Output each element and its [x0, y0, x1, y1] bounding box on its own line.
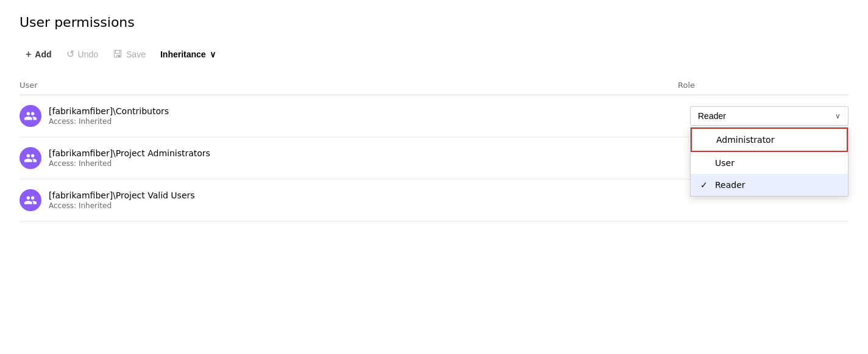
- save-icon: 🖫: [113, 49, 123, 60]
- role-select-button[interactable]: Reader ∨: [690, 106, 848, 126]
- inheritance-button[interactable]: Inheritance ∨: [154, 46, 222, 63]
- add-label: Add: [35, 49, 51, 59]
- save-label: Save: [126, 49, 146, 59]
- user-list: [fabrikamfiber]\Contributors Access: Inh…: [20, 95, 848, 222]
- role-dropdown-menu: Administrator User ✓ Reader: [690, 127, 848, 197]
- user-details-contributors: [fabrikamfiber]\Contributors Access: Inh…: [49, 106, 169, 126]
- save-button[interactable]: 🖫 Save: [107, 45, 152, 63]
- dropdown-option-label: User: [715, 158, 735, 168]
- dropdown-option-label: Administrator: [716, 135, 774, 145]
- inheritance-label: Inheritance: [160, 49, 206, 59]
- column-user-header: User: [20, 81, 38, 90]
- column-role-header: Role: [678, 81, 848, 90]
- add-icon: +: [26, 49, 31, 60]
- user-details-project-admins: [fabrikamfiber]\Project Administrators A…: [49, 148, 210, 168]
- user-info-contributors: [fabrikamfiber]\Contributors Access: Inh…: [20, 105, 169, 127]
- user-name: [fabrikamfiber]\Project Valid Users: [49, 190, 195, 200]
- avatar: [20, 147, 41, 169]
- table-row: [fabrikamfiber]\Contributors Access: Inh…: [20, 95, 848, 137]
- page-title: User permissions: [20, 15, 848, 30]
- undo-button[interactable]: ↺ Undo: [60, 45, 104, 63]
- user-details-project-valid: [fabrikamfiber]\Project Valid Users Acce…: [49, 190, 195, 210]
- group-icon: [24, 193, 37, 207]
- table-header: User Role: [20, 76, 848, 95]
- inheritance-chevron-icon: ∨: [210, 49, 216, 59]
- user-access: Access: Inherited: [49, 117, 169, 126]
- avatar: [20, 105, 41, 127]
- user-access: Access: Inherited: [49, 159, 210, 168]
- user-info-project-admins: [fabrikamfiber]\Project Administrators A…: [20, 147, 210, 169]
- avatar: [20, 189, 41, 211]
- user-name: [fabrikamfiber]\Project Administrators: [49, 148, 210, 158]
- undo-label: Undo: [78, 49, 98, 59]
- role-dropdown-contributors: Reader ∨ Administrator User ✓ Read: [690, 106, 848, 126]
- toolbar: + Add ↺ Undo 🖫 Save Inheritance ∨: [20, 45, 848, 63]
- role-value: Reader: [698, 111, 726, 121]
- user-access: Access: Inherited: [49, 201, 195, 210]
- dropdown-item-user[interactable]: User: [691, 152, 848, 174]
- chevron-down-icon: ∨: [835, 112, 841, 120]
- user-info-project-valid: [fabrikamfiber]\Project Valid Users Acce…: [20, 189, 195, 211]
- dropdown-option-label: Reader: [715, 180, 745, 190]
- group-icon: [24, 109, 37, 123]
- dropdown-item-administrator[interactable]: Administrator: [691, 128, 848, 152]
- undo-icon: ↺: [66, 48, 74, 60]
- user-name: [fabrikamfiber]\Contributors: [49, 106, 169, 116]
- group-icon: [24, 151, 37, 165]
- add-button[interactable]: + Add: [20, 45, 58, 63]
- check-icon: ✓: [700, 180, 710, 190]
- dropdown-item-reader[interactable]: ✓ Reader: [691, 174, 848, 196]
